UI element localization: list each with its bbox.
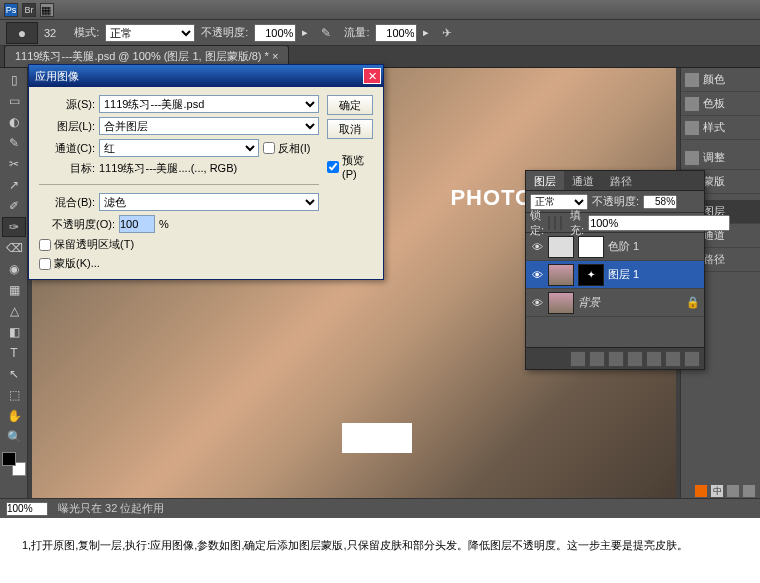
healing-tool[interactable]: ✐ bbox=[2, 196, 26, 216]
fill-input[interactable] bbox=[588, 215, 730, 231]
visibility-icon[interactable]: 👁 bbox=[530, 268, 544, 282]
layers-panel-footer bbox=[526, 347, 704, 369]
layer-select[interactable]: 合并图层 bbox=[99, 117, 319, 135]
layer-thumb bbox=[548, 264, 574, 286]
system-tray: 中 bbox=[694, 484, 756, 498]
mask-thumb: ✦ bbox=[578, 264, 604, 286]
preserve-trans-checkbox[interactable]: 保留透明区域(T) bbox=[39, 237, 319, 252]
new-layer-icon[interactable] bbox=[665, 351, 681, 367]
blend-mode-label: 模式: bbox=[74, 25, 99, 40]
target-label: 目标: bbox=[39, 161, 95, 176]
shape-tool[interactable]: ⬚ bbox=[2, 385, 26, 405]
color-swatches[interactable] bbox=[2, 452, 26, 476]
mask-thumb bbox=[578, 236, 604, 258]
blur-tool[interactable]: ◧ bbox=[2, 322, 26, 342]
brush-preset-picker[interactable]: ● bbox=[6, 22, 38, 44]
link-layers-icon[interactable] bbox=[570, 351, 586, 367]
crop-tool[interactable]: ✂ bbox=[2, 154, 26, 174]
new-fill-icon[interactable] bbox=[627, 351, 643, 367]
color-icon bbox=[685, 73, 699, 87]
eraser-tool[interactable]: ▦ bbox=[2, 280, 26, 300]
panel-tab-swatches[interactable]: 色板 bbox=[681, 92, 760, 116]
layer-row-layer1[interactable]: 👁 ✦ 图层 1 bbox=[526, 261, 704, 289]
brush-tool[interactable]: ✑ bbox=[2, 217, 26, 237]
wand-tool[interactable]: ✎ bbox=[2, 133, 26, 153]
tray-icon[interactable] bbox=[726, 484, 740, 498]
source-label: 源(S): bbox=[39, 97, 95, 112]
view-extras-icon[interactable]: ▦ bbox=[40, 3, 54, 17]
airbrush-icon[interactable]: ✈ bbox=[435, 23, 459, 43]
eyedropper-tool[interactable]: ↗ bbox=[2, 175, 26, 195]
panel-tab-color[interactable]: 颜色 bbox=[681, 68, 760, 92]
layer-name: 图层 1 bbox=[608, 267, 639, 282]
delete-layer-icon[interactable] bbox=[684, 351, 700, 367]
apply-image-dialog: 应用图像 ✕ 源(S): 1119练习---美腿.psd 图层(L): 合并图层… bbox=[28, 64, 384, 280]
panel-tab-styles[interactable]: 样式 bbox=[681, 116, 760, 140]
white-censor-patch bbox=[342, 423, 412, 453]
marquee-tool[interactable]: ▭ bbox=[2, 91, 26, 111]
brush-size-label: 32 bbox=[44, 27, 56, 39]
layer-row-bg[interactable]: 👁 背景 🔒 bbox=[526, 289, 704, 317]
dialog-opacity-label: 不透明度(O): bbox=[39, 217, 115, 232]
flow-slider-icon[interactable]: ▸ bbox=[423, 26, 429, 39]
fx-icon[interactable] bbox=[589, 351, 605, 367]
zoom-tool[interactable]: 🔍 bbox=[2, 427, 26, 447]
hand-tool[interactable]: ✋ bbox=[2, 406, 26, 426]
lasso-tool[interactable]: ◐ bbox=[2, 112, 26, 132]
lock-icon: 🔒 bbox=[686, 296, 700, 309]
layers-tab[interactable]: 图层 bbox=[526, 171, 564, 190]
zoom-input[interactable] bbox=[6, 502, 48, 516]
tray-icon[interactable] bbox=[694, 484, 708, 498]
blend-select[interactable]: 滤色 bbox=[99, 193, 319, 211]
channels-tab[interactable]: 通道 bbox=[564, 171, 602, 190]
ime-icon[interactable]: 中 bbox=[710, 484, 724, 498]
visibility-icon[interactable]: 👁 bbox=[530, 296, 544, 310]
flow-input[interactable] bbox=[375, 24, 417, 42]
options-bar: ● 32 模式: 正常 不透明度: ▸ ✎ 流量: ▸ ✈ bbox=[0, 20, 760, 46]
layer-opacity-input[interactable] bbox=[643, 195, 677, 209]
blend-mode-select[interactable]: 正常 bbox=[105, 24, 195, 42]
gradient-tool[interactable]: △ bbox=[2, 301, 26, 321]
foreground-color-swatch[interactable] bbox=[2, 452, 16, 466]
pressure-opacity-icon[interactable]: ✎ bbox=[314, 23, 338, 43]
tray-icon[interactable] bbox=[742, 484, 756, 498]
move-tool[interactable]: ▯ bbox=[2, 70, 26, 90]
cancel-button[interactable]: 取消 bbox=[327, 119, 373, 139]
type-tool[interactable]: T bbox=[2, 343, 26, 363]
dialog-opacity-input[interactable] bbox=[119, 215, 155, 233]
app-menubar: Ps Br ▦ bbox=[0, 0, 760, 20]
preview-checkbox[interactable]: 预览(P) bbox=[327, 153, 373, 180]
close-icon[interactable]: ✕ bbox=[363, 68, 381, 84]
br-icon[interactable]: Br bbox=[22, 3, 36, 17]
panel-tab-adjust[interactable]: 调整 bbox=[681, 146, 760, 170]
paths-tab[interactable]: 路径 bbox=[602, 171, 640, 190]
status-bar: 曝光只在 32 位起作用 bbox=[0, 498, 760, 518]
layers-panel: 图层 通道 路径 正常 不透明度: 锁定: 填充: 👁 色阶 1 👁 bbox=[525, 170, 705, 370]
ps-icon[interactable]: Ps bbox=[4, 3, 18, 17]
opacity-input[interactable] bbox=[254, 24, 296, 42]
layer-label: 图层(L): bbox=[39, 119, 95, 134]
lock-all-icon[interactable] bbox=[560, 216, 562, 230]
invert-checkbox[interactable]: 反相(I) bbox=[263, 141, 319, 156]
path-tool[interactable]: ↖ bbox=[2, 364, 26, 384]
layer-name: 背景 bbox=[578, 295, 600, 310]
opacity-slider-icon[interactable]: ▸ bbox=[302, 26, 308, 39]
lock-pixels-icon[interactable] bbox=[548, 216, 550, 230]
add-mask-icon[interactable] bbox=[608, 351, 624, 367]
dialog-titlebar[interactable]: 应用图像 ✕ bbox=[29, 65, 383, 87]
mask-checkbox[interactable]: 蒙版(K)... bbox=[39, 256, 319, 271]
layer-thumb bbox=[548, 292, 574, 314]
tutorial-caption: 1,打开原图,复制一层,执行:应用图像,参数如图,确定后添加图层蒙版,只保留皮肤… bbox=[0, 518, 760, 573]
channel-select[interactable]: 红 bbox=[99, 139, 259, 157]
layer-row-levels[interactable]: 👁 色阶 1 bbox=[526, 233, 704, 261]
source-select[interactable]: 1119练习---美腿.psd bbox=[99, 95, 319, 113]
channel-label: 通道(C): bbox=[39, 141, 95, 156]
stamp-tool[interactable]: ⌫ bbox=[2, 238, 26, 258]
ok-button[interactable]: 确定 bbox=[327, 95, 373, 115]
blend-label: 混合(B): bbox=[39, 195, 95, 210]
fill-label: 填充: bbox=[570, 208, 584, 238]
visibility-icon[interactable]: 👁 bbox=[530, 240, 544, 254]
history-brush-tool[interactable]: ◉ bbox=[2, 259, 26, 279]
new-group-icon[interactable] bbox=[646, 351, 662, 367]
lock-position-icon[interactable] bbox=[554, 216, 556, 230]
